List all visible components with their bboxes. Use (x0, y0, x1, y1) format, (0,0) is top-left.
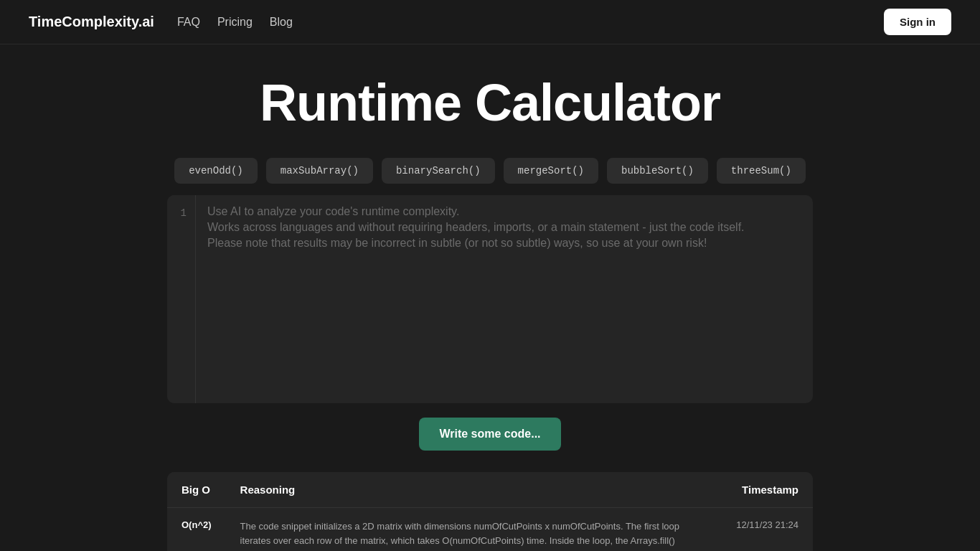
editor-inner: 1 Use AI to analyze your code's runtime … (167, 195, 813, 403)
results-table-container: Big O Reasoning Timestamp O(n^2) The cod… (167, 472, 813, 551)
placeholder-line-1: Use AI to analyze your code's runtime co… (207, 205, 801, 218)
write-code-button[interactable]: Write some code... (419, 418, 560, 451)
col-header-big-o: Big O (167, 472, 226, 508)
example-tab-evenodd[interactable]: evenOdd() (174, 158, 258, 184)
example-tab-threesum[interactable]: threeSum() (717, 158, 806, 184)
line-numbers: 1 (167, 195, 196, 403)
table-row: O(n^2) The code snippet initializes a 2D… (167, 508, 813, 552)
nav-links: FAQ Pricing Blog (177, 16, 293, 29)
reasoning-text: The code snippet initializes a 2D matrix… (240, 521, 692, 551)
col-header-reasoning: Reasoning (226, 472, 722, 508)
line-number-1: 1 (181, 207, 187, 219)
cell-big-o: O(n^2) (167, 508, 226, 552)
main-content: Runtime Calculator evenOdd() maxSubArray… (0, 44, 980, 551)
results-table-head: Big O Reasoning Timestamp (167, 472, 813, 508)
editor-placeholder-area[interactable]: Use AI to analyze your code's runtime co… (196, 195, 813, 403)
results-table: Big O Reasoning Timestamp O(n^2) The cod… (167, 472, 813, 551)
sign-in-button[interactable]: Sign in (884, 9, 951, 35)
cell-reasoning: The code snippet initializes a 2D matrix… (226, 508, 722, 552)
page-title: Runtime Calculator (260, 73, 720, 132)
nav-faq[interactable]: FAQ (177, 16, 200, 29)
example-tab-maxsubarray[interactable]: maxSubArray() (266, 158, 373, 184)
header-left: TimeComplexity.ai FAQ Pricing Blog (29, 14, 293, 30)
nav-pricing[interactable]: Pricing (217, 16, 253, 29)
nav-blog[interactable]: Blog (270, 16, 293, 29)
example-tabs: evenOdd() maxSubArray() binarySearch() m… (174, 158, 806, 184)
editor-container: 1 Use AI to analyze your code's runtime … (167, 195, 813, 403)
header: TimeComplexity.ai FAQ Pricing Blog Sign … (0, 0, 980, 44)
results-table-body: O(n^2) The code snippet initializes a 2D… (167, 508, 813, 552)
col-header-timestamp: Timestamp (722, 472, 813, 508)
placeholder-line-2: Works across languages and without requi… (207, 221, 801, 234)
results-table-header-row: Big O Reasoning Timestamp (167, 472, 813, 508)
cell-timestamp: 12/11/23 21:24 (722, 508, 813, 552)
example-tab-bubblesort[interactable]: bubbleSort() (607, 158, 708, 184)
site-logo: TimeComplexity.ai (29, 14, 154, 30)
example-tab-mergesort[interactable]: mergeSort() (504, 158, 598, 184)
example-tab-binarysearch[interactable]: binarySearch() (382, 158, 495, 184)
placeholder-line-3: Please note that results may be incorrec… (207, 237, 801, 250)
